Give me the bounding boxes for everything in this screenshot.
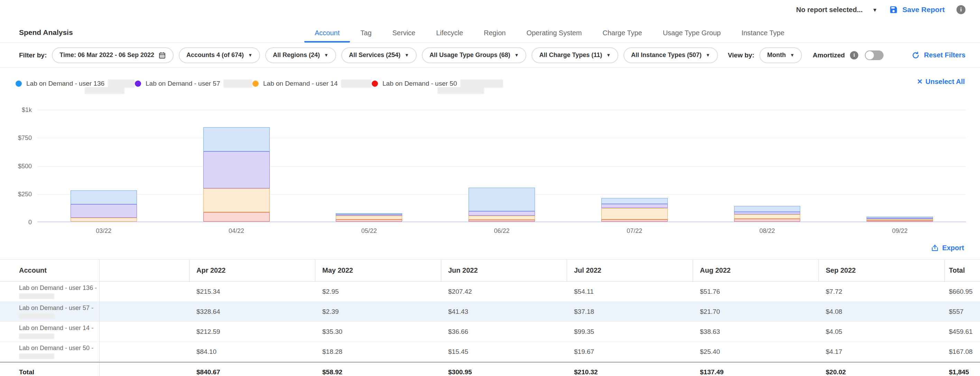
stacked-bar-09-22[interactable] [867,217,933,222]
value-cell: $18.28 [315,342,441,362]
tab-lifecycle[interactable]: Lifecycle [426,29,473,43]
filter-pill-label: All Regions (24) [273,51,320,59]
account-name: Lab on Demand - user 136 - [19,284,99,292]
info-icon[interactable]: i [956,5,966,14]
bar-segment-lab-on-demand-user-50 [867,221,933,222]
tab-instance-type[interactable]: Instance Type [731,29,795,43]
export-button[interactable]: Export [931,244,964,252]
filter-bar: Filter by: Time: 06 Mar 2022 - 06 Sep 20… [0,43,980,68]
filter-pill-all-charge-types[interactable]: All Charge Types (11)▼ [531,48,618,63]
table-row[interactable]: Lab on Demand - user 136 -$215.34$2.95$2… [0,282,980,302]
report-selector[interactable]: No report selected... ▼ [796,6,877,14]
stacked-bar-05-22[interactable] [336,213,402,222]
x-axis-tick-label: 03/22 [37,227,170,235]
reset-filters-button[interactable]: Reset Filters [912,51,966,59]
total-label-cell: Total [0,363,100,376]
tab-charge-type[interactable]: Charge Type [592,29,652,43]
bar-segment-lab-on-demand-user-57 [734,212,800,214]
tab-operating-system[interactable]: Operating System [516,29,592,43]
chart-plot-area [37,110,966,222]
total-value-cell: $1,845 [945,363,980,376]
legend-item-lab-on-demand-user-14[interactable]: Lab on Demand - user 14 [253,75,372,93]
total-value-cell: $20.02 [819,363,945,376]
value-cell: $459.61 [945,322,980,341]
chart-month-slot-09-22 [834,110,966,222]
amortized-toggle[interactable] [865,51,883,60]
column-header-account: Account [0,260,100,281]
redacted-text [108,79,135,88]
view-by-value: Month [767,51,786,59]
value-cell: $7.72 [819,282,945,301]
legend-item-label: Lab on Demand - user 57 [146,80,220,87]
account-name: Lab on Demand - user 57 - [19,304,99,312]
table-row[interactable]: Lab on Demand - user 57 -$328.64$2.39$41… [0,302,980,322]
bar-segment-lab-on-demand-user-136 [734,206,800,212]
amortized-info-icon[interactable]: i [850,51,858,59]
tab-account[interactable]: Account [304,29,350,43]
refresh-icon [912,51,920,59]
value-cell: $4.08 [819,302,945,321]
legend-item-lab-on-demand-user-50[interactable]: Lab on Demand - user 50 [372,75,503,93]
x-axis-tick-label: 06/22 [435,227,568,235]
filter-pill-all-regions[interactable]: All Regions (24)▼ [265,48,336,63]
stacked-bar-03-22[interactable] [70,190,137,222]
tab-service[interactable]: Service [382,29,426,43]
spacer-cell [100,322,189,341]
account-name: Lab on Demand - user 50 - [19,344,99,352]
tab-usage-type-group[interactable]: Usage Type Group [652,29,731,43]
bar-segment-lab-on-demand-user-14 [336,216,402,219]
value-cell: $37.18 [567,302,693,321]
stacked-bar-06-22[interactable] [469,188,535,222]
stacked-bar-08-22[interactable] [734,206,800,222]
legend-item-lab-on-demand-user-136[interactable]: Lab on Demand - user 136 [16,75,135,93]
bar-segment-lab-on-demand-user-50 [601,219,668,222]
tab-tag[interactable]: Tag [350,29,382,43]
value-cell: $35.30 [315,322,441,341]
x-axis-tick-label: 05/22 [302,227,435,235]
table-row[interactable]: Lab on Demand - user 50 -$84.10$18.28$15… [0,342,980,362]
bar-segment-lab-on-demand-user-57 [601,204,668,208]
spend-table: AccountApr 2022May 2022Jun 2022Jul 2022A… [0,259,980,376]
filter-pill-accounts-4[interactable]: Accounts 4 (of 674)▼ [179,48,260,63]
filter-pill-all-instance-types[interactable]: All Instance Types (507)▼ [624,48,718,63]
chart-month-slot-04-22 [170,110,303,222]
legend-item-lab-on-demand-user-57[interactable]: Lab on Demand - user 57 [135,75,253,93]
legend-items: Lab on Demand - user 136Lab on Demand - … [16,75,503,93]
column-header-total: Total [944,260,980,281]
bar-segment-lab-on-demand-user-50 [469,220,535,222]
x-axis-tick-label: 08/22 [701,227,834,235]
filter-pill-all-services[interactable]: All Services (254)▼ [341,48,417,63]
column-header-jun-2022: Jun 2022 [441,260,567,281]
x-axis-labels: 03/2204/2205/2206/2207/2208/2209/22 [37,227,966,235]
save-report-button[interactable]: Save Report [889,5,945,14]
value-cell: $4.17 [819,342,945,362]
view-by-label: View by: [728,51,754,59]
stacked-bar-07-22[interactable] [601,198,668,222]
close-icon: ✕ [917,78,923,86]
chart-month-slot-06-22 [435,110,568,222]
bar-segment-lab-on-demand-user-14 [203,188,270,212]
x-axis-tick-label: 04/22 [170,227,303,235]
redacted-text [341,79,372,88]
legend-item-label: Lab on Demand - user 136 [26,80,105,87]
spacer-cell [100,363,189,376]
value-cell: $25.40 [693,342,819,362]
account-cell: Lab on Demand - user 57 - [0,302,100,321]
value-cell: $21.70 [693,302,819,321]
filter-pill-time-06-mar-2022-06-sep-2022[interactable]: Time: 06 Mar 2022 - 06 Sep 2022 [52,48,173,63]
unselect-all-button[interactable]: ✕ Unselect All [917,78,965,86]
table-row[interactable]: Lab on Demand - user 14 -$212.59$35.30$3… [0,322,980,342]
filter-pill-all-usage-type-groups[interactable]: All Usage Type Groups (68)▼ [422,48,527,63]
chevron-down-icon: ▼ [248,53,253,57]
stacked-bar-04-22[interactable] [203,127,270,222]
save-icon [889,5,898,14]
view-by-select[interactable]: Month ▼ [759,48,802,63]
y-axis-tick-label: 0 [7,219,32,226]
bar-segment-lab-on-demand-user-14 [70,218,137,222]
tab-region[interactable]: Region [473,29,516,43]
bar-segment-lab-on-demand-user-57 [70,204,137,218]
toggle-knob [865,51,874,59]
filter-pills: Time: 06 Mar 2022 - 06 Sep 2022Accounts … [52,48,718,63]
value-cell: $54.11 [567,282,693,301]
filter-pill-label: All Usage Type Groups (68) [430,51,511,59]
